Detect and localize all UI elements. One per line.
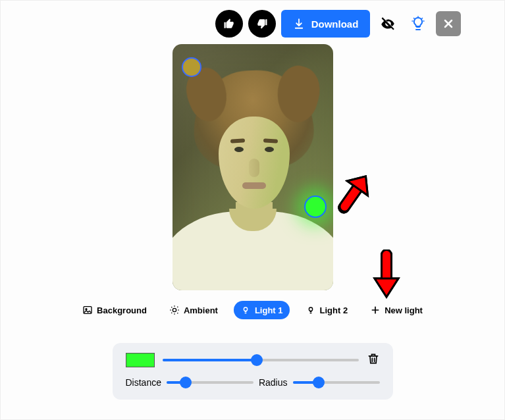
photo-canvas[interactable] bbox=[173, 44, 333, 290]
tab-ambient-label: Ambient bbox=[184, 305, 218, 315]
annotation-arrow-newlight bbox=[367, 249, 406, 305]
thumbs-down-button[interactable] bbox=[248, 10, 276, 38]
svg-point-1 bbox=[86, 309, 87, 310]
radius-label: Radius bbox=[259, 377, 288, 388]
tips-button[interactable] bbox=[406, 11, 431, 36]
light-controls-panel: Distance Radius bbox=[113, 343, 393, 400]
tab-background-label: Background bbox=[97, 305, 147, 315]
annotation-arrow-light1 bbox=[332, 168, 379, 217]
tab-light2-label: Light 2 bbox=[320, 305, 348, 315]
lightbulb-icon bbox=[410, 16, 426, 32]
distance-label: Distance bbox=[126, 377, 161, 388]
close-icon bbox=[442, 17, 455, 30]
download-button[interactable]: Download bbox=[281, 10, 371, 38]
tab-light2[interactable]: Light 2 bbox=[299, 301, 355, 319]
plus-icon bbox=[370, 305, 381, 315]
tab-light1[interactable]: Light 1 bbox=[234, 301, 290, 319]
radius-slider[interactable] bbox=[293, 376, 380, 389]
light1-handle[interactable] bbox=[304, 196, 327, 218]
close-button[interactable] bbox=[436, 11, 461, 36]
ambient-light-handle[interactable] bbox=[182, 57, 201, 77]
tab-ambient[interactable]: Ambient bbox=[163, 301, 225, 319]
distance-slider[interactable] bbox=[167, 376, 253, 389]
svg-point-4 bbox=[309, 307, 312, 311]
bulb-icon bbox=[240, 305, 251, 315]
tab-background[interactable]: Background bbox=[76, 301, 153, 319]
tab-new-light-label: New light bbox=[385, 305, 423, 315]
subject-shirt bbox=[173, 211, 333, 290]
subject-face bbox=[219, 117, 290, 209]
tab-new-light[interactable]: New light bbox=[363, 301, 429, 319]
thumbs-down-icon bbox=[256, 18, 268, 30]
delete-light-button[interactable] bbox=[367, 352, 380, 368]
eye-off-icon bbox=[379, 15, 396, 32]
thumbs-up-button[interactable] bbox=[215, 10, 243, 38]
trash-icon bbox=[367, 352, 380, 365]
bulb-icon bbox=[306, 305, 316, 315]
image-icon bbox=[82, 305, 93, 315]
thumbs-up-icon bbox=[223, 18, 235, 30]
light-tabs: Background Ambient Light 1 Light 2 New l… bbox=[1, 301, 504, 319]
color-swatch[interactable] bbox=[126, 353, 155, 367]
download-icon bbox=[293, 18, 305, 30]
visibility-toggle-button[interactable] bbox=[375, 11, 400, 36]
svg-point-3 bbox=[244, 307, 247, 311]
intensity-slider[interactable] bbox=[163, 354, 359, 367]
top-toolbar: Download bbox=[1, 10, 504, 38]
sun-icon bbox=[169, 305, 180, 315]
tab-light1-label: Light 1 bbox=[255, 305, 283, 315]
svg-point-2 bbox=[173, 308, 176, 311]
download-label: Download bbox=[311, 18, 359, 30]
